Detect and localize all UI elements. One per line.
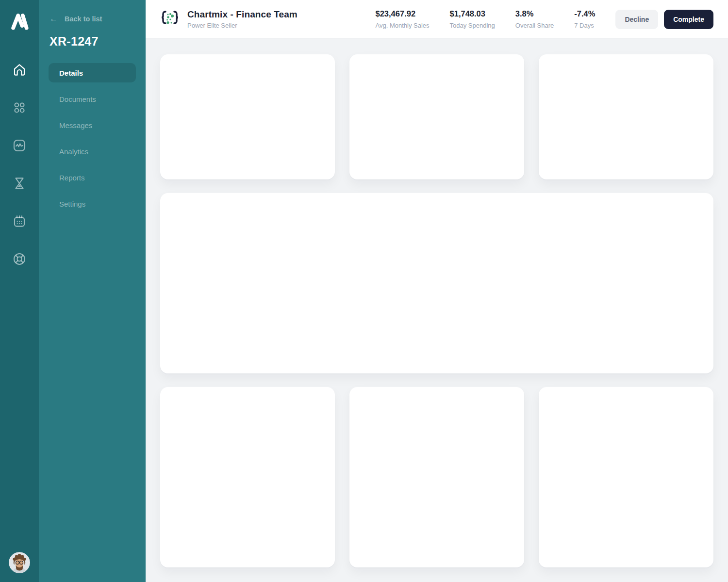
stat-label: Overall Share [515,22,554,29]
empty-card-2 [349,54,524,179]
stat-overall-share: 3.8% Overall Share [515,9,554,29]
back-to-list-link[interactable]: ← Back to list [50,15,136,23]
topbar: Chartmix - Finance Team Power Elite Sell… [146,0,728,39]
apps-grid-icon[interactable] [12,100,27,115]
stat-today-spending: $1,748.03 Today Spending [450,9,495,29]
sidebar-item-settings[interactable]: Settings [49,194,136,213]
stat-label: 7 Days [574,22,595,29]
activity-chart-icon[interactable] [12,138,27,153]
sidebar-item-label: Settings [59,200,85,208]
stat-value: -7.4% [574,9,595,18]
back-to-list-label: Back to list [65,15,102,23]
sidebar-item-label: Documents [59,95,96,103]
empty-card-1 [160,54,335,179]
stat-value: $23,467.92 [376,9,430,18]
stat-label: Today Spending [450,22,495,29]
braces-dots-logo-icon [160,10,180,29]
top-card-row [160,54,713,179]
empty-card-4 [160,387,335,567]
sidebar-item-reports[interactable]: Reports [49,168,136,187]
main-area: Chartmix - Finance Team Power Elite Sell… [146,0,728,582]
sidebar-nav: Details Documents Messages Analytics Rep… [49,63,136,220]
sidebar-item-label: Reports [59,174,85,182]
empty-card-6 [539,387,713,567]
stat-label: Avg. Monthly Sales [376,22,430,29]
home-icon[interactable] [12,62,27,78]
app-logo-icon[interactable] [8,9,31,32]
sidebar-item-label: Messages [59,121,92,129]
header-actions: Decline Complete [615,10,713,29]
empty-card-5 [349,387,524,567]
case-id-title: XR-1247 [50,34,136,48]
decline-button[interactable]: Decline [615,10,658,29]
hourglass-icon[interactable] [12,176,27,191]
sidebar-item-details[interactable]: Details [49,63,136,82]
header-stats: $23,467.92 Avg. Monthly Sales $1,748.03 … [376,9,596,29]
team-subtitle: Power Elite Seller [187,22,298,29]
arrow-left-icon: ← [50,15,58,23]
stat-7-days: -7.4% 7 Days [574,9,595,29]
sidebar-item-label: Analytics [59,147,88,156]
team-title: Chartmix - Finance Team [187,9,298,20]
rail-nav [12,62,27,267]
lifebuoy-help-icon[interactable] [12,251,27,267]
sidebar-item-messages[interactable]: Messages [49,115,136,135]
content-area [146,39,728,582]
sidebar-item-analytics[interactable]: Analytics [49,142,136,161]
user-avatar[interactable] [9,552,30,573]
complete-button[interactable]: Complete [664,10,713,29]
bottom-card-row [160,387,713,567]
stat-avg-monthly-sales: $23,467.92 Avg. Monthly Sales [376,9,430,29]
case-sidebar: ← Back to list XR-1247 Details Documents… [39,0,146,582]
empty-card-3 [539,54,713,179]
stat-value: 3.8% [515,9,554,18]
team-titles: Chartmix - Finance Team Power Elite Sell… [187,9,298,29]
icon-rail [0,0,39,582]
sidebar-item-label: Details [59,69,83,77]
empty-wide-card [160,193,713,373]
stat-value: $1,748.03 [450,9,495,18]
team-brand: Chartmix - Finance Team Power Elite Sell… [160,9,298,29]
sidebar-item-documents[interactable]: Documents [49,89,136,109]
calendar-icon[interactable] [12,213,27,229]
